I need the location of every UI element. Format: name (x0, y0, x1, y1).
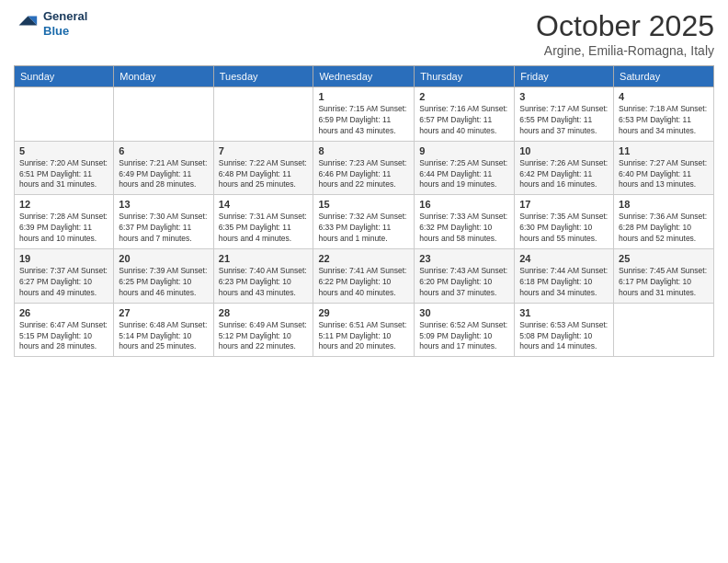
calendar-cell: 16Sunrise: 7:33 AM Sunset: 6:32 PM Dayli… (415, 195, 515, 249)
day-number: 1 (318, 91, 409, 102)
subtitle: Argine, Emilia-Romagna, Italy (536, 43, 714, 58)
day-info: Sunrise: 7:15 AM Sunset: 6:59 PM Dayligh… (318, 104, 409, 137)
day-info: Sunrise: 7:30 AM Sunset: 6:37 PM Dayligh… (119, 212, 208, 245)
calendar-cell: 6Sunrise: 7:21 AM Sunset: 6:49 PM Daylig… (114, 141, 213, 195)
day-number: 15 (318, 199, 409, 210)
calendar-cell: 31Sunrise: 6:53 AM Sunset: 5:08 PM Dayli… (515, 303, 614, 357)
day-number: 25 (619, 253, 709, 264)
day-info: Sunrise: 7:43 AM Sunset: 6:20 PM Dayligh… (419, 266, 509, 299)
day-number: 22 (318, 253, 409, 264)
calendar-cell: 23Sunrise: 7:43 AM Sunset: 6:20 PM Dayli… (415, 249, 515, 304)
calendar-header-sunday: Sunday (15, 66, 114, 87)
calendar-cell: 17Sunrise: 7:35 AM Sunset: 6:30 PM Dayli… (515, 195, 614, 249)
day-number: 24 (519, 253, 609, 264)
calendar-header-saturday: Saturday (614, 66, 714, 87)
day-number: 8 (318, 145, 409, 156)
calendar-week-5: 26Sunrise: 6:47 AM Sunset: 5:15 PM Dayli… (15, 303, 714, 357)
day-number: 30 (419, 307, 509, 318)
day-number: 21 (219, 253, 309, 264)
day-number: 12 (19, 199, 108, 210)
day-info: Sunrise: 7:45 AM Sunset: 6:17 PM Dayligh… (619, 266, 709, 299)
day-number: 27 (119, 307, 208, 318)
calendar-cell: 15Sunrise: 7:32 AM Sunset: 6:33 PM Dayli… (313, 195, 415, 249)
day-info: Sunrise: 7:28 AM Sunset: 6:39 PM Dayligh… (19, 212, 108, 245)
day-info: Sunrise: 7:18 AM Sunset: 6:53 PM Dayligh… (619, 104, 709, 137)
calendar-table: SundayMondayTuesdayWednesdayThursdayFrid… (14, 65, 714, 357)
day-info: Sunrise: 6:47 AM Sunset: 5:15 PM Dayligh… (19, 320, 108, 353)
day-number: 29 (318, 307, 409, 318)
day-info: Sunrise: 7:27 AM Sunset: 6:40 PM Dayligh… (619, 158, 709, 191)
month-title: October 2025 (536, 9, 714, 43)
calendar-header-thursday: Thursday (415, 66, 515, 87)
calendar-cell (15, 87, 114, 142)
calendar-cell: 14Sunrise: 7:31 AM Sunset: 6:35 PM Dayli… (213, 195, 313, 249)
calendar-cell: 29Sunrise: 6:51 AM Sunset: 5:11 PM Dayli… (313, 303, 415, 357)
day-info: Sunrise: 7:22 AM Sunset: 6:48 PM Dayligh… (219, 158, 309, 191)
calendar-header-monday: Monday (114, 66, 213, 87)
calendar-header-row: SundayMondayTuesdayWednesdayThursdayFrid… (15, 66, 714, 87)
day-info: Sunrise: 7:26 AM Sunset: 6:42 PM Dayligh… (519, 158, 609, 191)
day-info: Sunrise: 7:32 AM Sunset: 6:33 PM Dayligh… (318, 212, 409, 245)
day-number: 26 (19, 307, 108, 318)
day-info: Sunrise: 6:52 AM Sunset: 5:09 PM Dayligh… (419, 320, 509, 353)
day-number: 3 (519, 91, 609, 102)
calendar-cell: 30Sunrise: 6:52 AM Sunset: 5:09 PM Dayli… (415, 303, 515, 357)
day-number: 18 (619, 199, 709, 210)
calendar-cell: 8Sunrise: 7:23 AM Sunset: 6:46 PM Daylig… (313, 141, 415, 195)
calendar-cell: 19Sunrise: 7:37 AM Sunset: 6:27 PM Dayli… (15, 249, 114, 304)
calendar-cell: 26Sunrise: 6:47 AM Sunset: 5:15 PM Dayli… (15, 303, 114, 357)
day-info: Sunrise: 6:49 AM Sunset: 5:12 PM Dayligh… (219, 320, 309, 353)
calendar-cell: 5Sunrise: 7:20 AM Sunset: 6:51 PM Daylig… (15, 141, 114, 195)
day-info: Sunrise: 6:51 AM Sunset: 5:11 PM Dayligh… (318, 320, 409, 353)
day-number: 19 (19, 253, 108, 264)
calendar-cell (614, 303, 714, 357)
calendar-week-4: 19Sunrise: 7:37 AM Sunset: 6:27 PM Dayli… (15, 249, 714, 304)
calendar-cell: 18Sunrise: 7:36 AM Sunset: 6:28 PM Dayli… (614, 195, 714, 249)
logo-icon (14, 11, 40, 37)
day-number: 5 (19, 145, 108, 156)
day-number: 4 (619, 91, 709, 102)
day-info: Sunrise: 6:53 AM Sunset: 5:08 PM Dayligh… (519, 320, 609, 353)
logo-text: General Blue (43, 9, 87, 38)
day-number: 2 (419, 91, 509, 102)
calendar-cell: 21Sunrise: 7:40 AM Sunset: 6:23 PM Dayli… (213, 249, 313, 304)
day-number: 17 (519, 199, 609, 210)
calendar-cell: 24Sunrise: 7:44 AM Sunset: 6:18 PM Dayli… (515, 249, 614, 304)
calendar-cell: 22Sunrise: 7:41 AM Sunset: 6:22 PM Dayli… (313, 249, 415, 304)
day-number: 9 (419, 145, 509, 156)
calendar-cell: 25Sunrise: 7:45 AM Sunset: 6:17 PM Dayli… (614, 249, 714, 304)
calendar-cell: 27Sunrise: 6:48 AM Sunset: 5:14 PM Dayli… (114, 303, 213, 357)
day-info: Sunrise: 7:16 AM Sunset: 6:57 PM Dayligh… (419, 104, 509, 137)
calendar-cell: 11Sunrise: 7:27 AM Sunset: 6:40 PM Dayli… (614, 141, 714, 195)
calendar-cell: 10Sunrise: 7:26 AM Sunset: 6:42 PM Dayli… (515, 141, 614, 195)
calendar-week-2: 5Sunrise: 7:20 AM Sunset: 6:51 PM Daylig… (15, 141, 714, 195)
day-number: 23 (419, 253, 509, 264)
day-info: Sunrise: 7:40 AM Sunset: 6:23 PM Dayligh… (219, 266, 309, 299)
calendar-week-1: 1Sunrise: 7:15 AM Sunset: 6:59 PM Daylig… (15, 87, 714, 142)
day-info: Sunrise: 7:39 AM Sunset: 6:25 PM Dayligh… (119, 266, 208, 299)
calendar-cell: 12Sunrise: 7:28 AM Sunset: 6:39 PM Dayli… (15, 195, 114, 249)
day-info: Sunrise: 7:17 AM Sunset: 6:55 PM Dayligh… (519, 104, 609, 137)
calendar-cell: 7Sunrise: 7:22 AM Sunset: 6:48 PM Daylig… (213, 141, 313, 195)
calendar-cell: 20Sunrise: 7:39 AM Sunset: 6:25 PM Dayli… (114, 249, 213, 304)
calendar-header-friday: Friday (515, 66, 614, 87)
day-info: Sunrise: 7:23 AM Sunset: 6:46 PM Dayligh… (318, 158, 409, 191)
day-info: Sunrise: 7:25 AM Sunset: 6:44 PM Dayligh… (419, 158, 509, 191)
day-number: 20 (119, 253, 208, 264)
calendar-cell: 13Sunrise: 7:30 AM Sunset: 6:37 PM Dayli… (114, 195, 213, 249)
day-info: Sunrise: 7:37 AM Sunset: 6:27 PM Dayligh… (19, 266, 108, 299)
day-info: Sunrise: 7:21 AM Sunset: 6:49 PM Dayligh… (119, 158, 208, 191)
calendar-cell (213, 87, 313, 142)
day-info: Sunrise: 7:35 AM Sunset: 6:30 PM Dayligh… (519, 212, 609, 245)
day-info: Sunrise: 7:41 AM Sunset: 6:22 PM Dayligh… (318, 266, 409, 299)
day-number: 10 (519, 145, 609, 156)
calendar-cell: 9Sunrise: 7:25 AM Sunset: 6:44 PM Daylig… (415, 141, 515, 195)
calendar-cell: 2Sunrise: 7:16 AM Sunset: 6:57 PM Daylig… (415, 87, 515, 142)
calendar-cell: 28Sunrise: 6:49 AM Sunset: 5:12 PM Dayli… (213, 303, 313, 357)
calendar-cell: 1Sunrise: 7:15 AM Sunset: 6:59 PM Daylig… (313, 87, 415, 142)
page: General Blue October 2025 Argine, Emilia… (0, 0, 728, 563)
calendar-cell: 3Sunrise: 7:17 AM Sunset: 6:55 PM Daylig… (515, 87, 614, 142)
header: General Blue October 2025 Argine, Emilia… (14, 9, 714, 58)
day-number: 31 (519, 307, 609, 318)
calendar-cell (114, 87, 213, 142)
